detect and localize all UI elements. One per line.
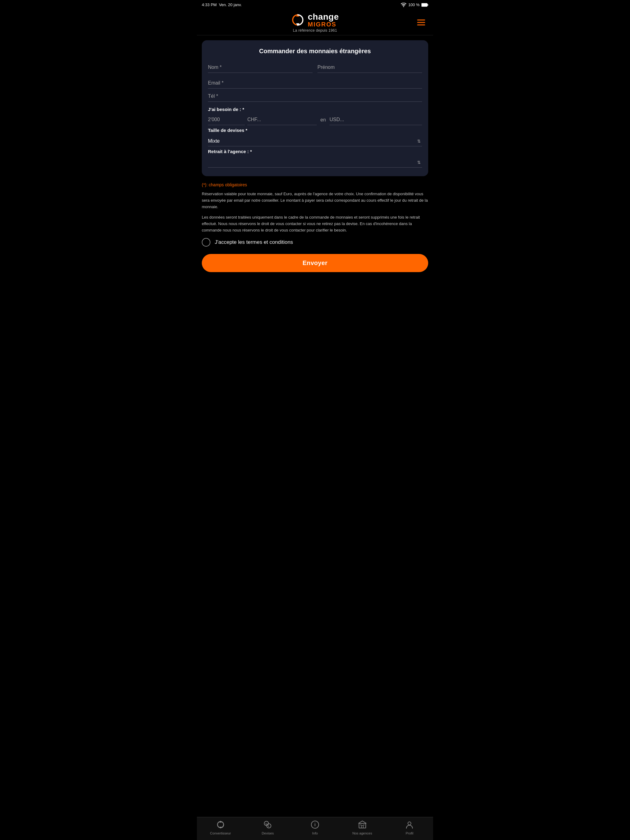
chf-input[interactable] xyxy=(247,114,317,125)
status-indicators: 100 % xyxy=(401,2,428,7)
logo-text: change MIGROS xyxy=(308,13,339,27)
taille-select-wrapper: Mixte Petites Grandes ⇅ xyxy=(208,136,422,146)
convertisseur-icon xyxy=(216,820,225,830)
nav-item-info[interactable]: i Info xyxy=(291,820,339,835)
nav-item-devises[interactable]: $ € Devises xyxy=(244,820,291,835)
nom-input[interactable] xyxy=(208,62,313,73)
bottom-nav: Convertisseur $ € Devises i Info xyxy=(197,817,433,840)
retrait-select[interactable] xyxy=(208,157,422,167)
nav-item-convertisseur[interactable]: Convertisseur xyxy=(197,820,244,835)
retrait-group: Retrait à l'agence : * ⇅ xyxy=(208,149,422,167)
submit-button[interactable]: Envoyer xyxy=(202,254,428,272)
svg-rect-1 xyxy=(427,4,428,6)
status-bar: 4:33 PM Ven. 20 janv. 100 % xyxy=(197,0,433,9)
prenom-group xyxy=(317,62,422,73)
prenom-input[interactable] xyxy=(317,62,422,73)
tel-input[interactable] xyxy=(208,91,422,102)
status-time-date: 4:33 PM Ven. 20 janv. xyxy=(202,2,242,7)
taille-label: Taille de devises * xyxy=(208,128,422,133)
logo-tagline: La référence depuis 1961 xyxy=(293,28,337,33)
app-header: change MIGROS La référence depuis 1961 xyxy=(197,9,433,35)
app-logo: change MIGROS La référence depuis 1961 xyxy=(291,13,339,33)
taille-select[interactable]: Mixte Petites Grandes xyxy=(208,136,422,146)
usd-input[interactable] xyxy=(329,114,422,125)
order-form-card: Commander des monnaies étrangères J'ai b… xyxy=(202,40,428,176)
besoin-label: J'ai besoin de : * xyxy=(208,107,422,112)
nav-label-agences: Nos agences xyxy=(352,831,372,835)
required-note: (*): champs obligatoires xyxy=(202,182,428,187)
svg-rect-0 xyxy=(421,3,427,6)
amount-row: en xyxy=(208,114,422,125)
email-input[interactable] xyxy=(208,78,422,88)
retrait-select-wrapper: ⇅ xyxy=(208,157,422,167)
terms-checkbox[interactable] xyxy=(202,238,211,246)
battery-icon xyxy=(421,3,428,7)
wifi-icon xyxy=(401,3,406,7)
logo-change: change xyxy=(308,13,339,21)
nom-group xyxy=(208,62,313,73)
info-section: (*): champs obligatoires Réservation val… xyxy=(202,181,428,273)
form-title: Commander des monnaies étrangères xyxy=(208,47,422,55)
agences-icon xyxy=(358,820,367,830)
amount-input[interactable] xyxy=(208,114,245,125)
devises-icon: $ € xyxy=(263,820,272,830)
info-icon: i xyxy=(311,820,319,830)
email-group xyxy=(208,78,422,88)
logo-migros: MIGROS xyxy=(308,21,339,27)
battery-percent: 100 % xyxy=(408,2,419,7)
logo-icon xyxy=(291,13,304,27)
nav-label-profil: Profil xyxy=(406,831,413,835)
info-text-1: Réservation valable pour toute monnaie, … xyxy=(202,191,428,210)
en-text: en xyxy=(319,117,327,123)
menu-line-3 xyxy=(417,24,425,25)
svg-text:$: $ xyxy=(266,823,267,825)
svg-rect-13 xyxy=(361,826,363,828)
nav-label-info: Info xyxy=(312,831,318,835)
menu-line-2 xyxy=(417,22,425,23)
main-content: Commander des monnaies étrangères J'ai b… xyxy=(197,35,433,817)
svg-text:i: i xyxy=(314,822,316,827)
terms-label: J'accepte les termes et conditions xyxy=(215,239,293,245)
tel-group xyxy=(208,91,422,102)
menu-button[interactable] xyxy=(415,17,427,27)
svg-text:€: € xyxy=(268,825,269,827)
nav-item-profil[interactable]: Profil xyxy=(386,820,433,835)
nav-item-agences[interactable]: Nos agences xyxy=(339,820,386,835)
profil-icon xyxy=(405,820,414,830)
taille-group: Taille de devises * Mixte Petites Grande… xyxy=(208,128,422,146)
retrait-label: Retrait à l'agence : * xyxy=(208,149,422,154)
terms-checkbox-row[interactable]: J'accepte les termes et conditions xyxy=(202,238,428,246)
svg-point-16 xyxy=(408,822,411,825)
svg-rect-15 xyxy=(363,824,364,826)
nav-label-devises: Devises xyxy=(262,831,274,835)
info-text-2: Les données seront traitées uniquement d… xyxy=(202,214,428,234)
svg-rect-14 xyxy=(360,824,361,826)
name-row xyxy=(208,62,422,75)
menu-line-1 xyxy=(417,19,425,20)
nav-label-convertisseur: Convertisseur xyxy=(210,831,231,835)
